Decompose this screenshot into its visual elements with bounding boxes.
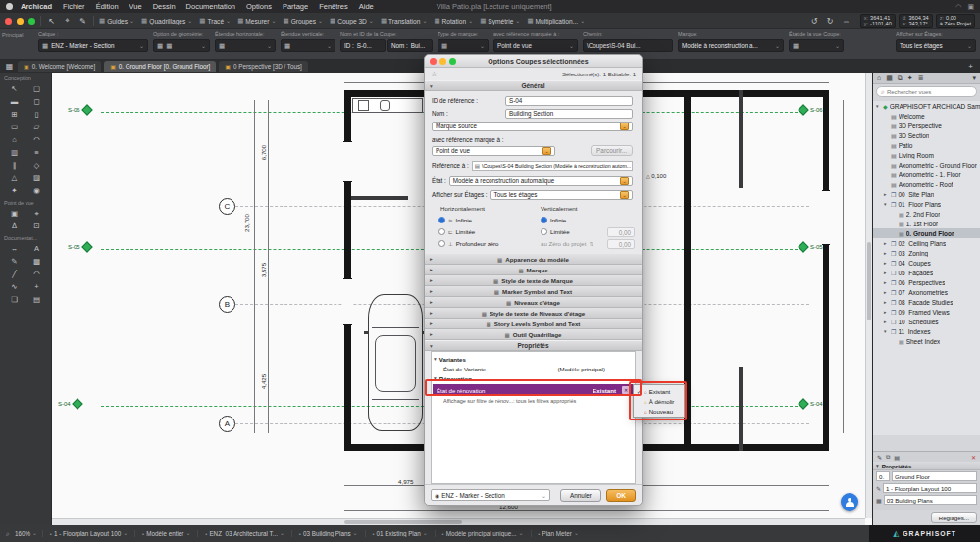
state-select[interactable]: Modèle à reconstruction automatique: [449, 176, 633, 186]
tree-item[interactable]: 1. 1st Floor: [873, 219, 980, 228]
tree-item[interactable]: Welcome: [873, 111, 980, 121]
section-id-input[interactable]: ID :S-0...: [340, 39, 386, 52]
settings-button[interactable]: Réglages...: [931, 512, 977, 523]
toolbar-group-button[interactable]: Rotation: [434, 17, 473, 25]
arrow-tool-icon[interactable]: [46, 17, 57, 25]
disclosure-arrow-icon[interactable]: [884, 250, 889, 256]
tree-item[interactable]: 11_Indexes: [873, 326, 980, 336]
tool-railing[interactable]: ∥: [3, 159, 26, 172]
window[interactable]: [343, 141, 352, 182]
menu-item[interactable]: Options: [246, 2, 272, 11]
toolbar-group-button[interactable]: Translation: [381, 17, 428, 25]
disclosure-open-icon[interactable]: [434, 375, 437, 381]
collapsed-section-header[interactable]: Marque: [425, 265, 642, 275]
quick-options-item[interactable]: Plan Meter: [531, 530, 586, 537]
layer-select[interactable]: ENZ - Marker - Section: [38, 39, 148, 52]
tool-arc[interactable]: ◠: [26, 268, 48, 280]
tool-line[interactable]: ╱: [3, 268, 26, 280]
disclosure-arrow-icon[interactable]: [884, 289, 889, 295]
menu-item[interactable]: Archicad: [21, 2, 52, 11]
tool-select-arrow[interactable]: ↖: [3, 82, 26, 95]
control-center-icon[interactable]: ▣: [967, 3, 974, 11]
tool-shell[interactable]: ◠: [26, 133, 48, 146]
tree-item[interactable]: 3D Section: [873, 130, 980, 140]
disclosure-arrow-icon[interactable]: [884, 270, 889, 275]
renovation-state-row[interactable]: État de rénovation Existant: [433, 384, 634, 396]
geometry-method-select[interactable]: [153, 39, 210, 52]
layout-book-icon[interactable]: [898, 74, 903, 82]
tree-item[interactable]: 01_Floor Plans: [873, 199, 980, 209]
tool-label[interactable]: ✎: [3, 255, 26, 268]
collapsed-section-header[interactable]: Story Levels Symbol and Text: [425, 319, 642, 329]
remove-value-icon[interactable]: [622, 386, 630, 394]
window[interactable]: [822, 190, 830, 245]
name-input[interactable]: Building Section: [505, 109, 633, 119]
dialog-minimize-button[interactable]: [439, 58, 446, 65]
tool-window[interactable]: ⊞: [3, 108, 26, 121]
menu-item[interactable]: Édition: [96, 2, 119, 11]
apple-menu-icon[interactable]: [6, 3, 13, 10]
popup-menu-item[interactable]: Existant: [634, 386, 684, 396]
quick-options-item[interactable]: Modèle entier: [134, 530, 197, 537]
tree-item[interactable]: Patio: [873, 140, 980, 150]
toolbar-group-button[interactable]: Guides: [99, 17, 134, 25]
tool-mesh[interactable]: △: [3, 172, 26, 184]
collapsed-section-header[interactable]: Apparence du modèle: [425, 254, 642, 265]
menu-item[interactable]: Vue: [129, 2, 142, 11]
section-marker[interactable]: S-04: [58, 400, 81, 408]
tree-item[interactable]: GRAPHISOFT ARCHICAD Sample Project: [873, 101, 980, 111]
edit-icon[interactable]: [877, 454, 882, 461]
section-marker[interactable]: S-06: [68, 106, 91, 114]
show-on-stories-select[interactable]: Tous les étages: [896, 39, 976, 52]
stove[interactable]: [358, 100, 369, 111]
search-input[interactable]: [887, 89, 972, 95]
open-view-icon[interactable]: [894, 454, 900, 461]
fullscreen-button[interactable]: [28, 18, 35, 25]
close-button[interactable]: [5, 18, 12, 25]
toolbar-group-button[interactable]: Groupes: [284, 17, 323, 25]
grid-bubble-b[interactable]: B: [219, 296, 235, 313]
wall[interactable]: [684, 90, 691, 451]
minimize-button[interactable]: [17, 18, 24, 25]
tool-slab[interactable]: ▱: [26, 121, 48, 133]
toolbar-group-button[interactable]: Quadrillages: [141, 17, 192, 25]
section-marker[interactable]: S-06: [799, 106, 823, 114]
radio-vertical-infinite[interactable]: [541, 217, 547, 223]
tree-item[interactable]: Axonometric - 1. Floor: [873, 170, 980, 179]
dialog-zoom-button[interactable]: [449, 58, 456, 65]
favorites-icon[interactable]: [431, 70, 438, 78]
radio-horizontal-infinite[interactable]: [438, 217, 445, 223]
tool-door[interactable]: ◻: [26, 95, 48, 108]
footer-layer-select[interactable]: ENZ - Marker - Section: [431, 489, 550, 501]
disclosure-arrow-icon[interactable]: [884, 191, 889, 197]
vertical-scrollbar[interactable]: [865, 73, 872, 518]
tool-dimension[interactable]: ↔: [3, 242, 26, 255]
menu-item[interactable]: Documentation: [186, 2, 235, 11]
tool-elevation[interactable]: ∆: [3, 220, 26, 232]
view-tab[interactable]: 0. Ground Floor [0. Ground Floor]: [104, 61, 216, 72]
window[interactable]: [343, 278, 352, 325]
tool-interior-elevation[interactable]: ⊡: [26, 220, 48, 232]
tree-item[interactable]: 0. Ground Floor: [873, 228, 980, 238]
toolbar-group-button[interactable]: Multiplication...: [527, 17, 585, 25]
dimension-text[interactable]: 4,425: [260, 373, 267, 390]
wall[interactable]: [823, 90, 829, 451]
teamwork-avatar-button[interactable]: [841, 493, 858, 511]
tab-overview-icon[interactable]: [4, 62, 15, 71]
properties-section-header[interactable]: Propriétés: [425, 340, 642, 351]
interior-wall[interactable]: [739, 90, 743, 188]
pen-icon[interactable]: [77, 17, 88, 25]
source-marker-select[interactable]: Marque source: [432, 122, 633, 131]
disclosure-arrow-icon[interactable]: [876, 103, 881, 109]
interior-wall[interactable]: [739, 367, 743, 451]
tool-beam[interactable]: ▭: [3, 121, 26, 133]
interior-wall[interactable]: [351, 196, 408, 200]
toolbar-group-button[interactable]: Mesurer: [237, 17, 276, 25]
disclosure-open-icon[interactable]: [434, 356, 437, 362]
tree-item[interactable]: Sheet Index: [873, 336, 980, 346]
quick-options-item[interactable]: Modèle principal unique...: [435, 530, 531, 537]
tool-text[interactable]: A: [26, 242, 48, 255]
section-marker[interactable]: S-05: [799, 243, 823, 251]
tree-item[interactable]: 3D Perspective: [873, 121, 980, 130]
disclosure-arrow-icon[interactable]: [884, 240, 889, 246]
